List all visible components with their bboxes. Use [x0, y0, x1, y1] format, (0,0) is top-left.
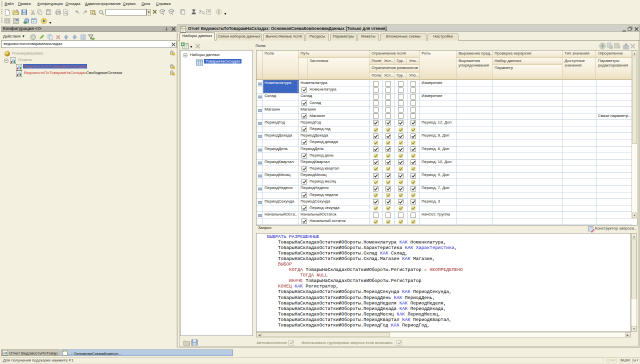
- svg-text:?: ?: [199, 9, 202, 14]
